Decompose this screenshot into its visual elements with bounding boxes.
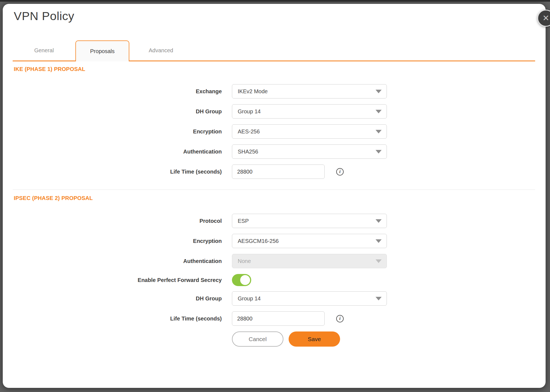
section-heading-ike-phase1: IKE (PHASE 1) PROPOSAL [14, 66, 85, 72]
chevron-down-icon [376, 219, 382, 223]
dh-group-select[interactable]: Group 14 [232, 104, 387, 119]
info-icon[interactable]: i [336, 315, 344, 322]
encryption-p2-label: Encryption [3, 238, 232, 244]
encryption-select[interactable]: AES-256 [232, 124, 387, 139]
authentication-select[interactable]: SHA256 [232, 144, 387, 159]
encryption-p2-select[interactable]: AESGCM16-256 [232, 234, 387, 248]
lifetime-p2-input[interactable] [232, 311, 325, 326]
authentication-p2-select-value: None [238, 258, 251, 264]
encryption-select-value: AES-256 [238, 128, 260, 135]
form-row-authentication-p2: Authentication None [3, 254, 546, 268]
tab-proposals[interactable]: Proposals [75, 40, 129, 61]
form-row-dh-group-p2: DH Group Group 14 [3, 291, 546, 306]
tab-advanced[interactable]: Advanced [129, 40, 193, 61]
dh-group-label: DH Group [3, 108, 232, 115]
chevron-down-icon [376, 297, 382, 300]
tab-general[interactable]: General [13, 40, 75, 61]
authentication-select-value: SHA256 [238, 149, 258, 155]
lifetime-p2-label: Life Time (seconds) [3, 316, 232, 322]
vpn-policy-dialog: VPN Policy General Proposals Advanced IK… [3, 4, 546, 388]
save-button[interactable]: Save [289, 331, 340, 347]
authentication-p2-select: None [232, 254, 387, 268]
form-row-dh-group-p1: DH Group Group 14 [3, 104, 546, 119]
dh-group-p2-label: DH Group [3, 295, 232, 302]
pfs-label: Enable Perfect Forward Secrecy [3, 277, 232, 283]
lifetime-label: Life Time (seconds) [3, 169, 232, 175]
form-row-lifetime-p2: Life Time (seconds) i [3, 311, 546, 326]
cancel-button[interactable]: Cancel [232, 331, 283, 347]
chevron-down-icon [376, 130, 382, 133]
chevron-down-icon [376, 259, 382, 263]
chevron-down-icon [376, 90, 382, 93]
form-row-lifetime-p1: Life Time (seconds) i [3, 165, 546, 179]
lifetime-input[interactable] [232, 165, 325, 179]
protocol-select-value: ESP [238, 218, 249, 224]
toggle-knob [240, 275, 250, 285]
form-row-pfs: Enable Perfect Forward Secrecy [3, 274, 546, 286]
info-icon[interactable]: i [336, 168, 344, 176]
form-row-exchange: Exchange IKEv2 Mode [3, 84, 546, 98]
encryption-label: Encryption [3, 128, 232, 135]
form-row-encryption-p1: Encryption AES-256 [3, 124, 546, 139]
exchange-label: Exchange [3, 88, 232, 95]
protocol-select[interactable]: ESP [232, 214, 387, 228]
chevron-down-icon [376, 239, 382, 243]
dh-group-p2-select[interactable]: Group 14 [232, 291, 387, 306]
dh-group-select-value: Group 14 [238, 108, 261, 115]
exchange-select[interactable]: IKEv2 Mode [232, 84, 387, 98]
dh-group-p2-select-value: Group 14 [238, 295, 261, 302]
form-row-authentication-p1: Authentication SHA256 [3, 144, 546, 159]
form-row-encryption-p2: Encryption AESGCM16-256 [3, 234, 546, 248]
exchange-select-value: IKEv2 Mode [238, 88, 268, 95]
protocol-label: Protocol [3, 218, 232, 224]
page-title: VPN Policy [14, 9, 74, 23]
section-divider [13, 190, 535, 190]
chevron-down-icon [376, 150, 382, 153]
proposals-form: Exchange IKEv2 Mode DH Group Group 14 En… [3, 84, 546, 347]
authentication-p2-label: Authentication [3, 258, 232, 264]
section-heading-ipsec-phase2: IPSEC (PHASE 2) PROPOSAL [14, 195, 546, 201]
tab-bar: General Proposals Advanced [13, 40, 535, 61]
form-row-protocol: Protocol ESP [3, 214, 546, 228]
chevron-down-icon [376, 110, 382, 113]
encryption-p2-select-value: AESGCM16-256 [238, 238, 279, 244]
pfs-toggle[interactable] [232, 274, 251, 286]
authentication-label: Authentication [3, 149, 232, 155]
dialog-footer: Cancel Save [232, 331, 546, 347]
